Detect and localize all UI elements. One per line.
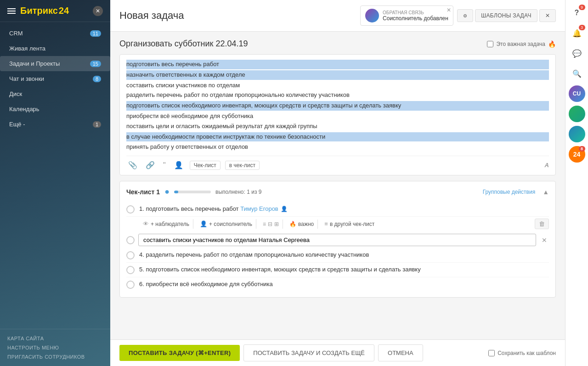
desc-line-9: принять работу у ответственных от отдело… xyxy=(126,142,549,152)
adjust-icon-2: ⊟ xyxy=(268,221,272,227)
item-text: приобрести всё необходимое для субботник… xyxy=(146,281,272,287)
toast-message: Соисполнитель добавлен xyxy=(383,15,448,22)
collapse-button[interactable]: ▲ xyxy=(543,188,549,196)
adjust-icon-3: ⊞ xyxy=(274,221,279,227)
adjust-icon-1: ≡ xyxy=(263,221,266,227)
checklist-checkbox-5[interactable] xyxy=(126,281,135,289)
checklist-edit-input[interactable] xyxy=(138,234,536,246)
settings-link[interactable]: НАСТРОИТЬ МЕНЮ xyxy=(7,343,103,352)
checklist-item: 6. приобрести всё необходимое для суббот… xyxy=(126,277,549,292)
important-checkbox-input[interactable] xyxy=(487,41,493,47)
list-icon: ≡ xyxy=(324,220,328,227)
checklist-checkbox-4[interactable] xyxy=(126,266,135,274)
link-icon[interactable]: 🔗 xyxy=(144,160,157,170)
eye-icon: 👁 xyxy=(143,220,149,227)
checklist-checkbox-3[interactable] xyxy=(126,251,135,259)
delete-item-button[interactable]: 🗑 xyxy=(535,219,549,229)
add-observer-button[interactable]: 👁 + наблюдатель xyxy=(139,219,193,229)
sidebar-item-live-feed[interactable]: Живая лента xyxy=(0,41,110,56)
submit-task-button[interactable]: ПОСТАВИТЬ ЗАДАЧУ (⌘+ENTER) xyxy=(119,345,240,361)
progress-bar xyxy=(174,191,211,193)
toast-area: ОБРАТНАЯ СВЯЗЬ Соисполнитель добавлен ✕ … xyxy=(360,6,556,26)
help-badge: 9 xyxy=(579,5,585,10)
chat-badge: 8 xyxy=(93,76,101,82)
sidebar-item-crm[interactable]: CRM 11 xyxy=(0,26,110,41)
checklist-button[interactable]: Чек-лист xyxy=(190,161,220,170)
quote-icon[interactable]: " xyxy=(161,160,168,170)
assignee-link-1[interactable]: Тимур Егоров xyxy=(240,205,278,212)
toast-avatar xyxy=(365,9,379,23)
important-button[interactable]: 🔥 важно xyxy=(286,220,318,229)
checklist-item-text-4: 5. подготовить список необходимого инвен… xyxy=(139,265,549,274)
desc-line-2: назначить ответственных в каждом отделе xyxy=(126,70,549,80)
sidebar-item-disk[interactable]: Диск xyxy=(0,86,110,101)
cancel-button[interactable]: ОТМЕНА xyxy=(378,344,423,361)
feedback-button[interactable]: ⚙ xyxy=(457,9,473,22)
sidebar-item-calendar[interactable]: Календарь xyxy=(0,101,110,117)
mention-icon[interactable]: 👤 xyxy=(172,160,185,170)
attach-icon[interactable]: 📎 xyxy=(126,160,139,170)
user-avatar-3[interactable] xyxy=(569,126,585,142)
more-badge: 1 xyxy=(93,121,101,128)
adjust-icon-group[interactable]: ≡ ⊟ ⊞ xyxy=(259,220,283,229)
user-avatar-1[interactable]: CU xyxy=(569,85,585,102)
item-text: подготовить список необходимого инвентар… xyxy=(146,266,420,273)
group-actions-button[interactable]: Групповые действия xyxy=(483,189,536,195)
toast-label: ОБРАТНАЯ СВЯЗЬ xyxy=(383,10,448,15)
notifications-icon[interactable]: 🔔 3 xyxy=(569,25,585,41)
add-to-checklist-button[interactable]: в чек-лист xyxy=(225,161,260,170)
checklist-item: 1. подготовить весь перечень работ Тимур… xyxy=(126,202,549,217)
close-button[interactable]: ✕ xyxy=(93,6,103,16)
sidebar-nav: CRM 11 Живая лента Задачи и Проекты 15 Ч… xyxy=(0,22,110,329)
item-text: подготовить весь перечень работ xyxy=(146,205,240,212)
search-icon[interactable]: 🔍 xyxy=(569,65,585,82)
bitrix-badge[interactable]: 24 8 xyxy=(569,146,585,163)
person-icon: 👤 xyxy=(281,206,288,212)
progress-dot: ● xyxy=(164,187,170,197)
add-coexecutor-button[interactable]: 👤 + соисполнитель xyxy=(196,219,256,229)
item-num: 5. xyxy=(139,266,146,273)
item-text: разделить перечень работ по отделам проп… xyxy=(146,251,369,258)
logo-text: Битрикс24 xyxy=(20,6,69,16)
submit-create-button[interactable]: ПОСТАВИТЬ ЗАДАЧУ И СОЗДАТЬ ЕЩЁ xyxy=(243,344,374,361)
checklist-edit-row: ✕ xyxy=(126,232,549,248)
edit-close-icon[interactable]: ✕ xyxy=(540,236,549,244)
desc-line-6: приобрести всё необходимое для субботник… xyxy=(126,112,549,121)
bitrix-number: 24 xyxy=(573,151,581,158)
gear-icon: ⚙ xyxy=(463,13,467,18)
task-title-input[interactable] xyxy=(119,39,481,49)
sidebar-item-more[interactable]: Ещё - 1 xyxy=(0,117,110,132)
save-template-checkbox[interactable] xyxy=(488,350,495,356)
important-label: Это важная задача xyxy=(496,41,545,47)
checklist-item: 4. разделить перечень работ по отделам п… xyxy=(126,248,549,263)
desc-line-3: составить списки участников по отделам xyxy=(126,81,549,90)
checklist-checkbox-2[interactable] xyxy=(126,236,135,244)
sidebar-item-tasks[interactable]: Задачи и Проекты 15 xyxy=(0,56,110,71)
sidebar-item-label: CRM xyxy=(9,30,23,37)
toast-notification: ОБРАТНАЯ СВЯЗЬ Соисполнитель добавлен ✕ xyxy=(360,6,453,26)
important-label: важно xyxy=(298,221,314,227)
messages-icon[interactable]: 💬 xyxy=(569,45,585,62)
move-to-button[interactable]: ≡ в другой чек-лист xyxy=(321,219,378,229)
toast-close-icon[interactable]: ✕ xyxy=(447,7,451,13)
close-dialog-button[interactable]: ✕ xyxy=(539,9,556,22)
sitemap-link[interactable]: КАРТА САЙТА xyxy=(7,334,103,343)
item-num: 1. xyxy=(139,205,146,212)
item-num: 6. xyxy=(139,281,146,287)
fire-icon: 🔥 xyxy=(548,40,556,48)
user-avatar-2[interactable] xyxy=(569,106,585,122)
hamburger-icon[interactable] xyxy=(7,8,16,14)
fire-icon-small: 🔥 xyxy=(289,221,296,227)
task-form: Это важная задача 🔥 подготовить весь пер… xyxy=(110,32,565,339)
templates-button[interactable]: ШАБЛОНЫ ЗАДАЧ xyxy=(475,9,537,22)
format-icon[interactable]: A xyxy=(545,162,549,169)
checklist-checkbox-1[interactable] xyxy=(126,205,135,214)
sidebar-item-label: Живая лента xyxy=(9,45,45,52)
add-observer-label: + наблюдатель xyxy=(151,221,189,227)
description-text[interactable]: подготовить весь перечень работ назначит… xyxy=(126,59,549,152)
sidebar-bottom: КАРТА САЙТА НАСТРОИТЬ МЕНЮ ПРИГЛАСИТЬ СО… xyxy=(0,329,110,366)
sidebar-item-chat[interactable]: Чат и звонки 8 xyxy=(0,71,110,86)
help-icon[interactable]: ? 9 xyxy=(569,5,585,21)
desc-line-5: подготовить список необходимого инвентар… xyxy=(126,101,549,111)
invite-link[interactable]: ПРИГЛАСИТЬ СОТРУДНИКОВ xyxy=(7,352,103,361)
